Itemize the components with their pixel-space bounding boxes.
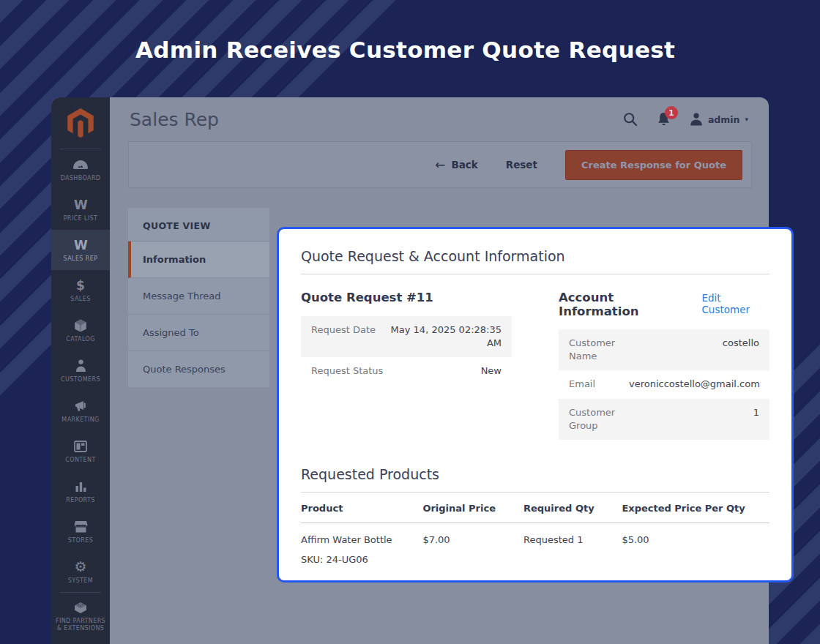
quote-view-panel: QUOTE VIEW Information Message Thread As… <box>128 208 269 387</box>
admin-user-menu[interactable]: admin ▾ <box>690 113 748 126</box>
account-info-heading: Account Information <box>559 291 693 318</box>
product-required-qty: Requested 1 <box>523 534 622 565</box>
info-row-customer-group: Customer Group 1 <box>559 399 769 440</box>
sidebar-item-label: SALES REP <box>62 255 100 263</box>
sidebar-item-stores[interactable]: STORES <box>51 512 110 552</box>
table-row: Affirm Water Bottle SKU: 24-UG06 $7.00 R… <box>301 523 769 565</box>
sidebar-item-price-list[interactable]: W PRICE LIST <box>51 190 110 230</box>
notification-badge[interactable]: 1 <box>665 106 678 119</box>
page-actions-toolbar: ← Back Reset Create Response for Quote <box>128 141 752 188</box>
reset-button[interactable]: Reset <box>506 159 537 171</box>
sidebar-item-customers[interactable]: CUSTOMERS <box>51 351 110 391</box>
price-list-icon: W <box>74 198 87 212</box>
nav-item-quote-responses[interactable]: Quote Responses <box>128 351 269 387</box>
account-info-column: Account Information Edit Customer Custom… <box>559 291 769 440</box>
nav-item-assigned-to[interactable]: Assigned To <box>128 315 269 351</box>
reports-icon <box>75 479 87 494</box>
edit-customer-link[interactable]: Edit Customer <box>701 292 769 315</box>
sidebar-item-reports[interactable]: REPORTS <box>51 471 110 512</box>
notifications-bell[interactable]: 1 <box>657 112 671 127</box>
sidebar-item-label: SYSTEM <box>67 577 94 585</box>
col-original-price: Original Price <box>422 503 523 514</box>
sidebar-item-label: CATALOG <box>64 336 97 343</box>
quote-request-card: Quote Request & Account Information Quot… <box>277 227 794 583</box>
stores-icon <box>74 520 88 534</box>
nav-item-message-thread[interactable]: Message Thread <box>128 278 269 315</box>
sidebar-item-sales-rep[interactable]: W SALES REP <box>51 230 110 270</box>
sidebar-item-label: MARKETING <box>60 416 100 424</box>
back-button[interactable]: ← Back <box>435 157 478 172</box>
sales-icon: $ <box>76 278 85 293</box>
page-title: Sales Rep <box>130 109 219 130</box>
sidebar-item-content[interactable]: CONTENT <box>51 431 110 471</box>
banner-title: Admin Receives Customer Quote Request <box>135 37 675 63</box>
admin-username: admin <box>708 114 740 125</box>
col-product: Product <box>301 503 422 514</box>
info-row-customer-name: Customer Name costello <box>559 329 769 370</box>
products-table: Product Original Price Required Qty Expe… <box>301 503 769 565</box>
extensions-icon <box>73 600 88 615</box>
sidebar-item-marketing[interactable]: MARKETING <box>51 391 110 431</box>
product-name: Affirm Water Bottle <box>301 534 392 545</box>
system-icon: ⚙ <box>74 560 86 574</box>
sidebar-item-label: FIND PARTNERS & EXTENSIONS <box>51 618 110 632</box>
dashboard-icon <box>72 157 89 172</box>
quote-request-column: Quote Request #11 Request Date May 14, 2… <box>301 291 512 440</box>
create-response-button[interactable]: Create Response for Quote <box>565 150 742 180</box>
sidebar-item-sales[interactable]: $ SALES <box>51 270 110 310</box>
sidebar-item-label: STORES <box>67 537 94 544</box>
magento-logo-icon <box>67 108 94 138</box>
sidebar: DASHBOARD W PRICE LIST W SALES REP $ SAL… <box>51 97 110 644</box>
window-header: Sales Rep 1 admin ▾ <box>110 97 769 141</box>
chevron-down-icon: ▾ <box>745 116 748 123</box>
sales-rep-icon: W <box>74 238 87 252</box>
catalog-icon <box>74 318 87 333</box>
product-sku: SKU: 24-UG06 <box>301 554 422 565</box>
nav-item-information[interactable]: Information <box>128 242 269 278</box>
back-arrow-icon: ← <box>435 157 445 172</box>
sidebar-item-label: CONTENT <box>64 457 97 464</box>
search-icon[interactable] <box>623 112 638 127</box>
sidebar-item-system[interactable]: ⚙ SYSTEM <box>51 552 110 592</box>
requested-products-section: Requested Products Product Original Pric… <box>301 466 769 583</box>
quote-view-title: QUOTE VIEW <box>128 208 269 242</box>
sidebar-item-label: CUSTOMERS <box>59 376 102 383</box>
sidebar-item-label: SALES <box>69 296 92 303</box>
product-expected-price: $5.00 <box>622 534 769 565</box>
product-original-price: $7.00 <box>422 534 523 565</box>
header-actions: 1 admin ▾ <box>623 112 748 127</box>
sidebar-item-label: DASHBOARD <box>59 175 102 182</box>
col-expected-price: Expected Price Per Qty <box>622 503 769 514</box>
content-icon <box>74 439 87 454</box>
info-columns: Quote Request #11 Request Date May 14, 2… <box>301 291 769 440</box>
card-section-title: Quote Request & Account Information <box>301 248 769 274</box>
marketing-icon <box>74 399 88 413</box>
sidebar-item-label: REPORTS <box>64 497 96 504</box>
user-icon <box>690 113 703 126</box>
requested-products-heading: Requested Products <box>301 466 769 493</box>
info-row-email: Email veroniccostello@gmail.com <box>559 370 769 398</box>
quote-request-heading: Quote Request #11 <box>301 291 433 304</box>
info-row-request-status: Request Status New <box>301 357 512 385</box>
col-required-qty: Required Qty <box>523 503 622 514</box>
products-table-header: Product Original Price Required Qty Expe… <box>301 503 769 523</box>
sidebar-item-label: PRICE LIST <box>62 215 100 222</box>
sidebar-item-find-partners[interactable]: FIND PARTNERS & EXTENSIONS <box>51 593 110 640</box>
sidebar-item-catalog[interactable]: CATALOG <box>51 310 110 351</box>
magento-logo[interactable] <box>51 97 110 149</box>
sidebar-item-dashboard[interactable]: DASHBOARD <box>51 149 110 190</box>
customers-icon <box>75 359 86 373</box>
info-row-request-date: Request Date May 14, 2025 02:28:35 AM <box>301 316 512 357</box>
